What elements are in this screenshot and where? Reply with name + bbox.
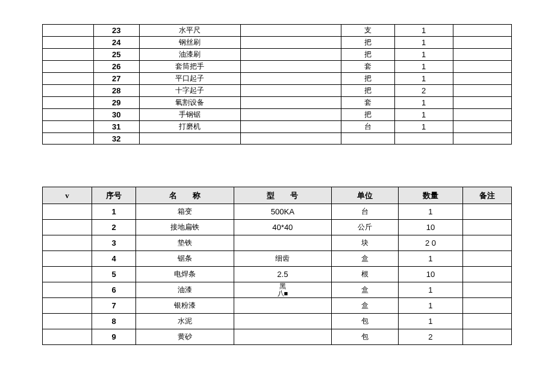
hdr-seq: 序号 — [92, 187, 136, 204]
cell-qty: 10 — [399, 220, 463, 235]
table-row: 27平口起子把1 — [43, 73, 512, 85]
cell-seq: 23 — [93, 25, 139, 37]
spacer — [42, 145, 512, 187]
cell-name: 箱变 — [136, 204, 234, 220]
cell-model — [240, 37, 341, 49]
cell-qty: 1 — [394, 25, 453, 37]
hdr-unit: 单位 — [332, 187, 399, 204]
hdr-model: 型 号 — [234, 187, 331, 204]
cell-qty: 2 — [394, 85, 453, 97]
cell-seq: 3 — [92, 235, 136, 251]
cell-name: 垫铁 — [136, 235, 234, 251]
cell-model: 黑八■ — [234, 282, 331, 298]
cell-unit: 盒 — [332, 251, 399, 267]
cell-remark — [462, 267, 511, 282]
cell-name: 接地扁铁 — [136, 220, 234, 235]
cell-qty: 2 0 — [399, 235, 463, 251]
cell-model — [240, 25, 341, 37]
cell-name: 打磨机 — [139, 121, 240, 133]
cell-seq: 25 — [93, 49, 139, 61]
cell-name — [139, 133, 240, 145]
cell-qty: 1 — [399, 251, 463, 267]
cell-qty: 1 — [394, 121, 453, 133]
cell-remark — [462, 220, 511, 235]
cell-unit: 包 — [332, 329, 399, 345]
cell-model: 2.5 — [234, 267, 331, 282]
cell-qty: 1 — [399, 204, 463, 220]
cell-name: 水平尺 — [139, 25, 240, 37]
cell-seq: 1 — [92, 204, 136, 220]
cell-name: 油漆 — [136, 282, 234, 298]
cell-remark — [453, 109, 511, 121]
cell-qty: 1 — [394, 73, 453, 85]
hdr-qty: 数量 — [399, 187, 463, 204]
cell-model — [234, 314, 331, 329]
cell-unit: 支 — [341, 25, 394, 37]
materials-header-row: v 序号 名 称 型 号 单位 数量 备注 — [43, 187, 512, 204]
cell-model: 40*40 — [234, 220, 331, 235]
cell-seq: 5 — [92, 267, 136, 282]
table-row: 23水平尺支1 — [43, 25, 512, 37]
cell-blank — [43, 61, 94, 73]
cell-qty: 1 — [394, 109, 453, 121]
table-row: 9黄砂包2 — [43, 329, 512, 345]
cell-qty: 2 — [399, 329, 463, 345]
cell-name: 氧割设备 — [139, 97, 240, 109]
cell-blank — [43, 133, 94, 145]
cell-seq: 4 — [92, 251, 136, 267]
cell-blank — [43, 109, 94, 121]
cell-model — [240, 85, 341, 97]
cell-remark — [453, 97, 511, 109]
cell-remark — [453, 61, 511, 73]
cell-blank — [43, 73, 94, 85]
cell-blank — [43, 298, 92, 314]
cell-model: 500KA — [234, 204, 331, 220]
cell-seq: 9 — [92, 329, 136, 345]
cell-seq: 27 — [93, 73, 139, 85]
cell-model: 细齿 — [234, 251, 331, 267]
cell-unit: 台 — [332, 204, 399, 220]
table-row: 24钢丝刷把1 — [43, 37, 512, 49]
cell-remark — [462, 251, 511, 267]
cell-remark — [462, 282, 511, 298]
cell-blank — [43, 235, 92, 251]
table-row: 8水泥包1 — [43, 314, 512, 329]
cell-qty: 1 — [399, 282, 463, 298]
table-row: 30手钢锯把1 — [43, 109, 512, 121]
cell-unit: 盒 — [332, 298, 399, 314]
cell-seq: 30 — [93, 109, 139, 121]
cell-unit — [341, 133, 394, 145]
cell-blank — [43, 25, 94, 37]
tools-table-body: 23水平尺支124钢丝刷把125油漆刷把126套筒把手套127平口起子把128十… — [43, 25, 512, 145]
cell-remark — [453, 73, 511, 85]
cell-model — [234, 235, 331, 251]
cell-qty: 1 — [399, 298, 463, 314]
cell-unit: 把 — [341, 49, 394, 61]
cell-qty: 1 — [394, 49, 453, 61]
cell-name: 黄砂 — [136, 329, 234, 345]
cell-blank — [43, 121, 94, 133]
cell-unit: 包 — [332, 314, 399, 329]
table-row: 2接地扁铁40*40公斤10 — [43, 220, 512, 235]
tools-table: 23水平尺支124钢丝刷把125油漆刷把126套筒把手套127平口起子把128十… — [42, 24, 512, 145]
cell-unit: 把 — [341, 37, 394, 49]
cell-seq: 32 — [93, 133, 139, 145]
cell-blank — [43, 204, 92, 220]
cell-remark — [453, 49, 511, 61]
cell-model — [240, 49, 341, 61]
cell-blank — [43, 220, 92, 235]
cell-remark — [462, 329, 511, 345]
cell-blank — [43, 37, 94, 49]
cell-unit: 套 — [341, 97, 394, 109]
cell-unit: 把 — [341, 85, 394, 97]
cell-qty: 1 — [394, 97, 453, 109]
cell-blank — [43, 282, 92, 298]
table-row: 26套筒把手套1 — [43, 61, 512, 73]
cell-remark — [453, 85, 511, 97]
cell-qty: 10 — [399, 267, 463, 282]
cell-name: 锯条 — [136, 251, 234, 267]
table-row: 32 — [43, 133, 512, 145]
cell-remark — [462, 314, 511, 329]
cell-seq: 29 — [93, 97, 139, 109]
cell-unit: 台 — [341, 121, 394, 133]
